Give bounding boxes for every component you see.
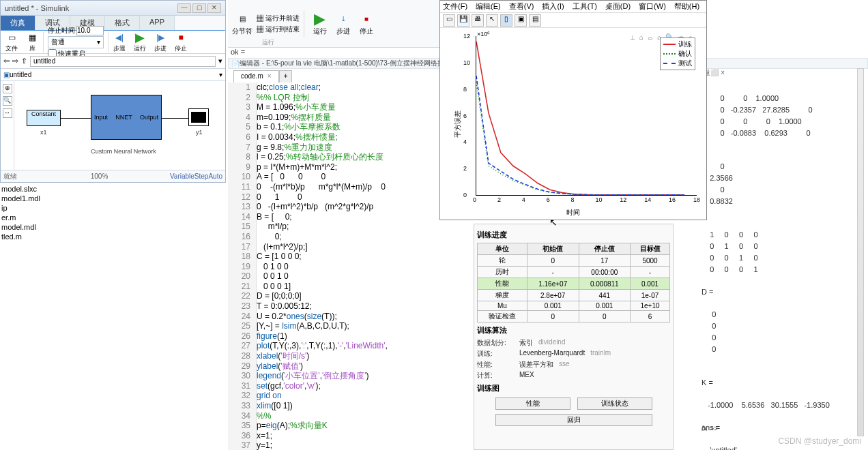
step-label: 步进 (336, 27, 350, 36)
run-advance-button[interactable]: ▦ 运行并前进 (257, 14, 300, 23)
run-icon[interactable]: ▶ (133, 31, 147, 44)
menu-insert[interactable]: 插入(I) (542, 1, 564, 12)
back-button[interactable]: 回归 (495, 414, 652, 426)
stepfwd-icon[interactable]: |▶ (154, 31, 167, 44)
simulink-titlebar[interactable]: untitled * - Simulink — ▢ ✕ (1, 1, 225, 16)
cmd-output: 0 0 1.0000 0 -0.2357 27.8285 0 0 0 0 1.0… (701, 82, 865, 450)
insp-icon[interactable]: ▣ (515, 14, 527, 27)
label-y1: y1 (196, 129, 203, 136)
mode-dropdown[interactable]: 普通▾ (48, 36, 104, 48)
plot-area: ⟂ ⌂ ▭ ⌕ 🔍 ⤺ ⌂ 平方误差 时间 ×10⁶ 训练 确认 测试 0246… (443, 31, 704, 217)
code-editor[interactable]: 1234567891011121314151617181920212223242… (228, 82, 439, 450)
stop2-icon[interactable]: ■ (359, 12, 374, 27)
fwd-icon[interactable]: ⇨ (12, 57, 18, 65)
perf-button[interactable]: 性能 (495, 397, 570, 410)
tab-sim[interactable]: 仿真 (1, 16, 35, 30)
file-item[interactable]: er.m (1, 213, 81, 222)
tab-app[interactable]: APP (140, 16, 175, 30)
stop2-label: 停止 (360, 27, 373, 36)
zoom-tool-icon[interactable]: 🔍 (3, 96, 12, 106)
play-icon[interactable]: ▶ (313, 12, 328, 27)
pan-icon[interactable]: ↔ (3, 108, 12, 118)
breadcrumb-text[interactable]: untitled (10, 71, 31, 78)
figure-toolbar: ▭ 💾 🖶 ↖ ▯ ▣ ▤ (440, 13, 706, 28)
file-item[interactable]: model.slxc (1, 184, 81, 194)
progress-table: 单位初始值停止值目标值 轮0175000历时-00:00:00-性能1.16e+… (477, 243, 670, 322)
run-label: 运行 (134, 44, 146, 53)
editor-path-text: 编辑器 - E:\5-pour la vie 电脑\1-matlab(1-500… (240, 59, 471, 68)
model-icon: ▣ (3, 71, 10, 78)
prompt[interactable]: fx >> (701, 424, 718, 432)
status-zoom: 100% (42, 172, 157, 180)
menu-desktop[interactable]: 桌面(D) (605, 1, 631, 12)
state-button[interactable]: 训练状态 (577, 397, 652, 410)
file-item[interactable]: tled.m (1, 232, 81, 241)
stepback-label: 步退 (113, 44, 126, 53)
block-nnet[interactable]: Input NNET Output (91, 95, 162, 140)
section-run-label: 运行 (262, 38, 274, 47)
tab-close-icon[interactable]: × (267, 72, 272, 80)
tab-code[interactable]: code.m× (233, 70, 279, 82)
file-item[interactable]: model.mdl (1, 222, 81, 232)
new-fig-icon[interactable]: ▭ (443, 14, 455, 27)
menu-help[interactable]: 帮助(H) (674, 1, 699, 12)
editor-toolstrip: ▤ 分节符 ▦ 运行并前进 ▦ 运行到结束 ▶运行 ⤓步进 ■停止 运行 (228, 0, 453, 48)
rect-icon[interactable]: ▯ (500, 14, 512, 27)
figure-window: 文件(F) 编辑(E) 查看(V) 插入(I) 工具(T) 桌面(D) 窗口(W… (439, 0, 707, 220)
cursor-icon[interactable]: ↖ (486, 14, 498, 27)
tab-format[interactable]: 格式 (105, 16, 140, 30)
file-label: 文件 (5, 44, 18, 53)
model-path-input[interactable] (30, 56, 216, 67)
scrollbar[interactable] (857, 68, 864, 436)
code-body[interactable]: clc;close all;clear;%% LQR 控制M = 1.096;%… (257, 82, 439, 450)
status-solver[interactable]: VariableStepAuto (157, 172, 225, 180)
stop-icon[interactable]: ■ (174, 31, 188, 44)
file-item[interactable]: model1.mdl (1, 194, 81, 203)
line-gutter: 1234567891011121314151617181920212223242… (228, 82, 257, 450)
menu-window[interactable]: 窗口(W) (639, 1, 666, 12)
cursor-icon: ↖ (549, 217, 558, 228)
block-caption: Custom Neural Network (83, 148, 164, 155)
simulink-title: untitled * - Simulink (5, 4, 176, 12)
simulink-toolstrip: ▭ 文件 ▦ 库 停止时间 普通▾ 快速重启 ◀|步退 ▶运行 |▶步进 ■停止 (1, 31, 225, 54)
up-icon[interactable]: ⇧ (21, 57, 27, 65)
doc-icon: 📄 (231, 60, 240, 68)
watermark: CSDN @studyer_domi (778, 436, 861, 446)
maximize-icon[interactable]: ▢ (192, 3, 206, 13)
pin-icon[interactable]: ▾ (219, 71, 222, 78)
simulink-breadcrumb: ▣ untitled ▾ (1, 69, 225, 81)
menu-tools[interactable]: 工具(T) (573, 1, 597, 12)
simulink-palette: ⊕ 🔍 ↔ (1, 81, 14, 182)
stoptime-label: 停止时间 (48, 26, 75, 35)
stoptime-input[interactable] (76, 26, 104, 35)
block-constant[interactable]: Constant (27, 110, 61, 126)
sections-label: 分节符 (232, 27, 252, 36)
back-icon[interactable]: ⇦ (3, 57, 10, 65)
lib-label: 库 (29, 44, 35, 53)
section-icon[interactable]: ▤ (235, 12, 250, 27)
stepback-icon[interactable]: ◀| (113, 31, 126, 44)
menu-edit[interactable]: 编辑(E) (476, 1, 501, 12)
simulink-canvas[interactable]: Constant x1 Input NNET Output Custom Neu… (14, 81, 225, 182)
legend[interactable]: 训练 确认 测试 (660, 38, 695, 70)
file-item[interactable]: ip (1, 203, 81, 213)
print-icon[interactable]: 🖶 (472, 14, 484, 27)
block-scope[interactable] (188, 108, 209, 126)
dropdown-icon[interactable]: ▾ (218, 57, 222, 65)
zoom-fit-icon[interactable]: ⊕ (3, 84, 12, 93)
library-icon[interactable]: ▦ (25, 31, 39, 44)
new-icon[interactable]: ▭ (5, 31, 18, 44)
more-icon[interactable]: ▤ (529, 14, 541, 27)
run-to-end-button[interactable]: ▦ 运行到结束 (257, 25, 300, 34)
simulink-statusbar: 就绪 100% VariableStepAuto (1, 170, 225, 182)
step-icon[interactable]: ⤓ (336, 12, 351, 27)
save-fig-icon[interactable]: 💾 (457, 14, 469, 27)
close-icon[interactable]: ✕ (207, 3, 221, 13)
simulink-navbar: ⇦ ⇨ ⇧ ▾ (1, 54, 225, 69)
menu-view[interactable]: 查看(V) (509, 1, 534, 12)
minimize-icon[interactable]: — (177, 3, 191, 13)
algo-title: 训练算法 (477, 325, 670, 335)
tab-add[interactable]: + (279, 70, 293, 82)
menu-file[interactable]: 文件(F) (443, 1, 467, 12)
status-ready: 就绪 (1, 172, 42, 181)
